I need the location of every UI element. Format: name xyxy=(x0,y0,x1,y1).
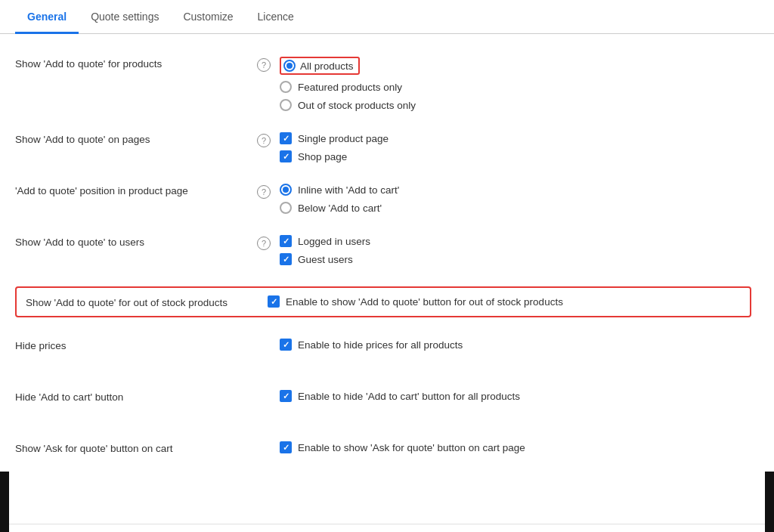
show-to-users-help: ? xyxy=(257,235,280,250)
hide-cart-button-row: Hide 'Add to cart' button Enable to hide… xyxy=(15,390,751,420)
radio-below-label: Below 'Add to cart' xyxy=(298,203,382,214)
checkbox-guest-users[interactable]: Guest users xyxy=(280,253,751,265)
show-to-users-controls: Logged in users Guest users xyxy=(280,235,751,265)
checkbox-hide-cart-button[interactable]: Enable to hide 'Add to cart' button for … xyxy=(280,390,751,402)
checkbox-ask-quote-cart-option-label: Enable to show 'Ask for quote' button on… xyxy=(298,442,525,453)
radio-all-products-input xyxy=(283,60,296,72)
tab-quote-settings[interactable]: Quote settings xyxy=(79,0,171,34)
position-product-page-label: 'Add to quote' position in product page xyxy=(15,184,257,196)
radio-featured-products-label: Featured products only xyxy=(298,82,402,93)
radio-out-of-stock-input xyxy=(280,99,292,111)
position-product-page-controls: Inline with 'Add to cart' Below 'Add to … xyxy=(280,184,751,214)
hide-prices-row: Hide prices Enable to hide prices for al… xyxy=(15,339,751,369)
checkbox-logged-in-label: Logged in users xyxy=(298,236,370,247)
checkbox-logged-in-input xyxy=(280,235,292,247)
settings-content: Show 'Add to quote' for products ? All p… xyxy=(0,34,774,515)
out-of-stock-label: Show 'Add to quote' for out of stock pro… xyxy=(26,295,268,308)
help-icon-products[interactable]: ? xyxy=(257,58,271,72)
help-icon-pages[interactable]: ? xyxy=(257,134,271,147)
checkbox-shop-page-input xyxy=(280,150,292,162)
out-of-stock-controls: Enable to show 'Add to quote' button for… xyxy=(268,295,741,308)
position-product-page-row: 'Add to quote' position in product page … xyxy=(15,184,751,214)
checkbox-hide-cart-input xyxy=(280,390,292,402)
checkbox-guest-input xyxy=(280,253,292,265)
radio-featured-products-input xyxy=(280,81,292,93)
radio-inline-label: Inline with 'Add to cart' xyxy=(298,184,399,196)
checkbox-shop-page[interactable]: Shop page xyxy=(280,150,751,162)
show-to-users-row: Show 'Add to quote' to users ? Logged in… xyxy=(15,235,751,265)
ask-for-quote-cart-controls: Enable to show 'Ask for quote' button on… xyxy=(280,441,751,453)
checkbox-ask-quote-cart-input xyxy=(280,441,292,453)
checkbox-logged-in-users[interactable]: Logged in users xyxy=(280,235,751,247)
show-on-pages-help: ? xyxy=(257,132,280,147)
radio-all-products-label: All products xyxy=(300,60,354,72)
radio-featured-products[interactable]: Featured products only xyxy=(280,81,751,93)
settings-footer: Update settings xyxy=(0,524,774,532)
radio-inline-input xyxy=(280,184,292,196)
radio-out-of-stock-label: Out of stock products only xyxy=(298,100,416,111)
tab-licence[interactable]: Licence xyxy=(246,0,306,34)
out-of-stock-row: Show 'Add to quote' for out of stock pro… xyxy=(15,286,751,317)
checkbox-out-of-stock-input xyxy=(268,295,280,308)
show-on-pages-row: Show 'Add to quote' on pages ? Single pr… xyxy=(15,132,751,162)
side-bar-right xyxy=(765,472,774,532)
show-for-products-row: Show 'Add to quote' for products ? All p… xyxy=(15,57,751,111)
show-on-pages-controls: Single product page Shop page xyxy=(280,132,751,162)
radio-inline-with-cart[interactable]: Inline with 'Add to cart' xyxy=(280,184,751,196)
checkbox-single-product-label: Single product page xyxy=(298,133,389,144)
hide-prices-controls: Enable to hide prices for all products xyxy=(280,339,751,351)
radio-below-input xyxy=(280,202,292,214)
show-for-products-label: Show 'Add to quote' for products xyxy=(15,57,257,70)
tab-customize[interactable]: Customize xyxy=(171,0,245,34)
radio-below-cart[interactable]: Below 'Add to cart' xyxy=(280,202,751,214)
show-for-products-help: ? xyxy=(257,57,280,72)
radio-all-products[interactable]: All products xyxy=(280,57,751,75)
checkbox-single-product-page[interactable]: Single product page xyxy=(280,132,751,144)
settings-page: General Quote settings Customize Licence… xyxy=(0,0,774,532)
show-to-users-label: Show 'Add to quote' to users xyxy=(15,235,257,248)
checkbox-hide-prices-input xyxy=(280,339,292,351)
show-on-pages-label: Show 'Add to quote' on pages xyxy=(15,132,257,145)
tab-general[interactable]: General xyxy=(15,0,79,34)
position-product-page-help: ? xyxy=(257,184,280,199)
hide-cart-button-label: Hide 'Add to cart' button xyxy=(15,390,257,403)
checkbox-single-product-input xyxy=(280,132,292,144)
checkbox-out-of-stock[interactable]: Enable to show 'Add to quote' button for… xyxy=(268,295,741,308)
tabs-nav: General Quote settings Customize Licence xyxy=(0,0,774,34)
checkbox-hide-cart-option-label: Enable to hide 'Add to cart' button for … xyxy=(298,391,520,402)
checkbox-out-of-stock-option-label: Enable to show 'Add to quote' button for… xyxy=(286,296,563,308)
radio-out-of-stock-products[interactable]: Out of stock products only xyxy=(280,99,751,111)
help-icon-position[interactable]: ? xyxy=(257,185,271,199)
checkbox-guest-label: Guest users xyxy=(298,254,353,265)
checkbox-ask-for-quote-cart[interactable]: Enable to show 'Ask for quote' button on… xyxy=(280,441,751,453)
side-bar-left xyxy=(0,472,9,532)
checkbox-hide-prices-option-label: Enable to hide prices for all products xyxy=(298,339,463,351)
checkbox-hide-prices[interactable]: Enable to hide prices for all products xyxy=(280,339,751,351)
ask-for-quote-cart-label: Show 'Ask for quote' button on cart xyxy=(15,441,257,454)
hide-prices-label: Hide prices xyxy=(15,339,257,351)
show-for-products-controls: All products Featured products only Out … xyxy=(280,57,751,111)
ask-for-quote-cart-row: Show 'Ask for quote' button on cart Enab… xyxy=(15,441,751,472)
help-icon-users[interactable]: ? xyxy=(257,237,271,250)
hide-cart-button-controls: Enable to hide 'Add to cart' button for … xyxy=(280,390,751,402)
checkbox-shop-page-label: Shop page xyxy=(298,151,347,162)
